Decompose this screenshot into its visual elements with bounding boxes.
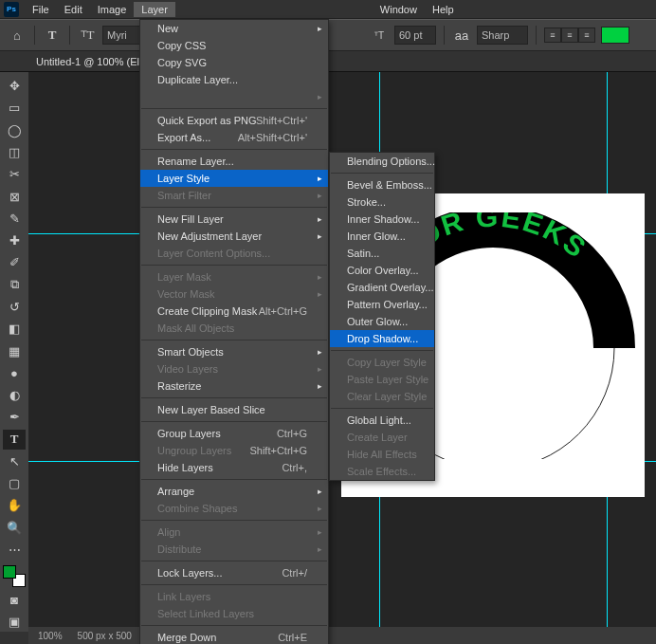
menu-item-copy-svg[interactable]: Copy SVG (140, 54, 328, 71)
menu-item-new-fill-layer[interactable]: New Fill Layer (140, 211, 328, 228)
menu-item-gradient-overlay[interactable]: Gradient Overlay... (330, 279, 434, 296)
menu-item-layer-mask: Layer Mask (140, 268, 328, 285)
type-tool-icon[interactable]: T (3, 430, 26, 450)
tools-panel: ✥ ▭ ◯ ◫ ✂ ⊠ ✎ ✚ ✐ ⧉ ↺ ◧ ▦ ● ◐ ✒ T ↖ ▢ ✋ … (0, 72, 28, 632)
menu-item-satin[interactable]: Satin... (330, 245, 434, 262)
hand-tool-icon[interactable]: ✋ (3, 495, 26, 515)
menu-item-copy-layer-style: Copy Layer Style (330, 354, 434, 371)
menu-item-select-linked-layers: Select Linked Layers (140, 605, 328, 622)
menu-item-outer-glow[interactable]: Outer Glow... (330, 313, 434, 330)
menu-item-bevel-emboss[interactable]: Bevel & Emboss... (330, 176, 434, 193)
font-size-field[interactable]: 60 pt (394, 26, 436, 45)
menu-item-global-light[interactable]: Global Light... (330, 412, 434, 429)
eyedropper-tool-icon[interactable]: ✎ (3, 209, 26, 229)
font-size-icon: ᵀT (370, 27, 389, 44)
history-brush-tool-icon[interactable]: ↺ (3, 297, 26, 317)
foreground-color-swatch[interactable] (3, 565, 16, 579)
menu-item-stroke[interactable]: Stroke... (330, 193, 434, 211)
menu-item-arrange[interactable]: Arrange (140, 483, 328, 500)
align-left-icon[interactable]: ≡ (544, 28, 561, 43)
menu-item-hide-layers[interactable]: Hide LayersCtrl+, (140, 459, 328, 476)
menu-layer[interactable]: Layer (134, 2, 175, 17)
menu-item-vector-mask: Vector Mask (140, 285, 328, 303)
crop-tool-icon[interactable]: ✂ (3, 164, 26, 184)
clone-stamp-tool-icon[interactable]: ⧉ (3, 275, 26, 295)
screen-mode-icon[interactable]: ▣ (3, 612, 26, 632)
gradient-tool-icon[interactable]: ▦ (3, 340, 26, 360)
menu-item-new[interactable]: New (140, 20, 328, 37)
menu-item-rasterize[interactable]: Rasterize (140, 377, 328, 395)
menu-item-align: Align (140, 524, 328, 541)
anti-alias-select[interactable]: Sharp (477, 26, 528, 45)
dodge-tool-icon[interactable]: ◐ (3, 385, 26, 405)
menu-item-quick-export[interactable]: Quick Export as PNGShift+Ctrl+' (140, 112, 328, 129)
lasso-tool-icon[interactable]: ◯ (3, 120, 26, 140)
text-align-group: ≡ ≡ ≡ (544, 28, 595, 43)
menu-item-inner-shadow[interactable]: Inner Shadow... (330, 211, 434, 228)
layer-menu: New Copy CSS Copy SVG Duplicate Layer...… (139, 19, 329, 644)
menu-item-copy-css[interactable]: Copy CSS (140, 37, 328, 54)
menu-item-delete[interactable] (140, 88, 328, 105)
menu-item-scale-effects: Scale Effects... (330, 463, 434, 480)
arc-text: FOR GEEKS (398, 212, 656, 459)
menu-item-hide-all-effects: Hide All Effects (330, 446, 434, 463)
layer-style-submenu: Blending Options... Bevel & Emboss... St… (329, 152, 435, 481)
tool-preset-icon[interactable]: T (43, 27, 62, 44)
menu-item-paste-layer-style: Paste Layer Style (330, 371, 434, 388)
eraser-tool-icon[interactable]: ◧ (3, 319, 26, 339)
menu-item-color-overlay[interactable]: Color Overlay... (330, 262, 434, 279)
menu-item-new-layer-based-slice[interactable]: New Layer Based Slice (140, 401, 328, 418)
menu-item-create-clipping-mask[interactable]: Create Clipping MaskAlt+Ctrl+G (140, 303, 328, 320)
zoom-tool-icon[interactable]: 🔍 (3, 518, 26, 538)
menu-item-lock-layers[interactable]: Lock Layers...Ctrl+/ (140, 564, 328, 581)
menu-item-distribute: Distribute (140, 541, 328, 558)
menu-item-drop-shadow[interactable]: Drop Shadow... (330, 330, 434, 347)
brush-tool-icon[interactable]: ✐ (3, 252, 26, 272)
font-family-select[interactable]: Myri (102, 26, 140, 45)
menu-item-inner-glow[interactable]: Inner Glow... (330, 228, 434, 245)
menu-item-smart-filter: Smart Filter (140, 187, 328, 204)
menu-item-new-adjustment-layer[interactable]: New Adjustment Layer (140, 228, 328, 245)
menu-item-ungroup-layers: Ungroup LayersShift+Ctrl+G (140, 442, 328, 459)
menu-edit[interactable]: Edit (57, 2, 90, 17)
object-select-tool-icon[interactable]: ◫ (3, 142, 26, 162)
menu-item-link-layers: Link Layers (140, 588, 328, 605)
document-dimensions: 500 px x 500 (78, 631, 132, 641)
blur-tool-icon[interactable]: ● (3, 363, 26, 383)
menu-item-video-layers: Video Layers (140, 360, 328, 377)
align-center-icon[interactable]: ≡ (561, 28, 578, 43)
frame-tool-icon[interactable]: ⊠ (3, 186, 26, 206)
photoshop-icon: Ps (4, 2, 19, 17)
menu-item-group-layers[interactable]: Group LayersCtrl+G (140, 425, 328, 442)
color-swatches[interactable] (3, 565, 26, 587)
quick-mask-icon[interactable]: ◙ (3, 589, 26, 609)
align-right-icon[interactable]: ≡ (578, 28, 595, 43)
edit-toolbar-icon[interactable]: ⋯ (3, 540, 26, 560)
menu-item-layer-style[interactable]: Layer Style (140, 170, 328, 187)
shape-tool-icon[interactable]: ▢ (3, 473, 26, 493)
menu-item-duplicate-layer[interactable]: Duplicate Layer... (140, 71, 328, 88)
menu-item-clear-layer-style: Clear Layer Style (330, 388, 434, 405)
menu-help[interactable]: Help (425, 2, 462, 17)
menu-item-combine-shapes: Combine Shapes (140, 500, 328, 517)
menu-item-export-as[interactable]: Export As...Alt+Shift+Ctrl+' (140, 129, 328, 146)
menu-item-mask-all-objects: Mask All Objects (140, 320, 328, 337)
menu-item-smart-objects[interactable]: Smart Objects (140, 343, 328, 360)
menu-item-rename-layer[interactable]: Rename Layer... (140, 153, 328, 170)
zoom-level[interactable]: 100% (38, 631, 63, 641)
marquee-tool-icon[interactable]: ▭ (3, 98, 26, 118)
menu-window[interactable]: Window (373, 2, 425, 17)
menu-file[interactable]: File (25, 2, 57, 17)
document-tab[interactable]: Untitled-1 @ 100% (Ellip (36, 56, 150, 67)
menu-item-pattern-overlay[interactable]: Pattern Overlay... (330, 296, 434, 313)
menu-image[interactable]: Image (90, 2, 135, 17)
home-icon[interactable]: ⌂ (8, 27, 27, 44)
menu-item-merge-down[interactable]: Merge DownCtrl+E (140, 629, 328, 644)
healing-brush-tool-icon[interactable]: ✚ (3, 230, 26, 250)
move-tool-icon[interactable]: ✥ (3, 76, 26, 96)
text-color-swatch[interactable] (601, 27, 629, 44)
pen-tool-icon[interactable]: ✒ (3, 407, 26, 427)
menu-item-blending-options[interactable]: Blending Options... (330, 153, 434, 170)
text-orientation-icon[interactable]: ⸆T (78, 27, 97, 44)
path-select-tool-icon[interactable]: ↖ (3, 451, 26, 471)
